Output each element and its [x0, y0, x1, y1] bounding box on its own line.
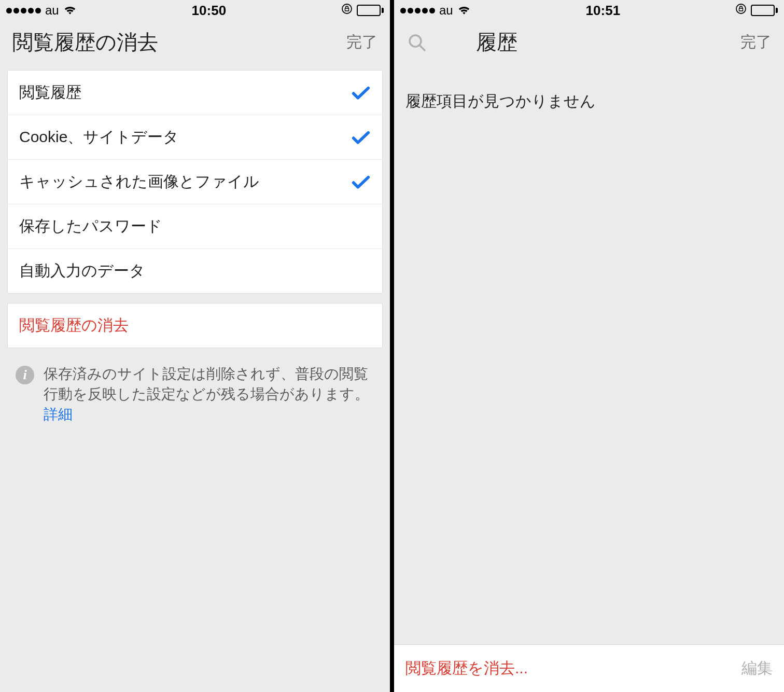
page-title: 履歴	[476, 28, 740, 57]
status-bar: au 10:51	[394, 0, 784, 21]
done-button[interactable]: 完了	[740, 32, 772, 53]
svg-point-0	[342, 4, 352, 13]
empty-history-text: 履歴項目が見つかりません	[394, 70, 784, 112]
history-screen: au 10:51 履歴 完了 履歴項目が見つかりません 閲覧履歴を消去... 編…	[392, 0, 784, 692]
clear-browsing-data-button[interactable]: 閲覧履歴の消去	[8, 303, 382, 348]
edit-button[interactable]: 編集	[741, 658, 773, 679]
clear-action-group: 閲覧履歴の消去	[7, 303, 383, 348]
rotation-lock-icon	[735, 3, 747, 18]
wifi-icon	[457, 3, 471, 18]
info-text: 保存済みのサイト設定は削除されず、普段の閲覧行動を反映した設定などが残る場合があ…	[44, 364, 374, 425]
bottom-toolbar: 閲覧履歴を消去... 編集	[394, 644, 784, 692]
options-list: 閲覧履歴 Cookie、サイトデータ キャッシュされた画像とファイル 保存したパ…	[7, 70, 383, 294]
option-label: 自動入力のデータ	[19, 260, 371, 282]
page-header: 履歴 完了	[394, 21, 784, 70]
signal-dots-icon	[6, 8, 41, 13]
checkmark-icon	[351, 130, 371, 145]
option-label: 閲覧履歴	[19, 82, 351, 103]
option-label: キャッシュされた画像とファイル	[19, 171, 351, 192]
status-left: au	[400, 3, 471, 18]
done-button[interactable]: 完了	[346, 32, 377, 53]
battery-icon	[751, 5, 778, 16]
status-right	[735, 3, 778, 18]
option-cookies-site-data[interactable]: Cookie、サイトデータ	[8, 115, 382, 160]
rotation-lock-icon	[341, 3, 353, 18]
status-bar: au 10:50	[0, 0, 390, 21]
status-right	[341, 3, 384, 18]
search-icon[interactable]	[407, 32, 427, 53]
carrier-label: au	[45, 3, 59, 18]
checkmark-icon	[351, 174, 371, 190]
status-time: 10:50	[192, 3, 227, 19]
clear-browsing-data-screen: au 10:50 閲覧履歴の消去 完了 閲覧履歴 Cookie、サイトデータ	[0, 0, 392, 692]
status-left: au	[6, 3, 77, 18]
page-header: 閲覧履歴の消去 完了	[0, 21, 390, 70]
signal-dots-icon	[400, 8, 435, 13]
wifi-icon	[63, 3, 77, 18]
info-icon: i	[16, 366, 34, 384]
status-time: 10:51	[586, 3, 621, 19]
info-text-body: 保存済みのサイト設定は削除されず、普段の閲覧行動を反映した設定などが残る場合があ…	[44, 366, 369, 402]
option-saved-passwords[interactable]: 保存したパスワード	[8, 204, 382, 249]
option-browsing-history[interactable]: 閲覧履歴	[8, 71, 382, 115]
page-title: 閲覧履歴の消去	[12, 28, 346, 57]
option-cached-images-files[interactable]: キャッシュされた画像とファイル	[8, 160, 382, 204]
details-link[interactable]: 詳細	[44, 406, 73, 422]
option-autofill-data[interactable]: 自動入力のデータ	[8, 249, 382, 293]
battery-icon	[357, 5, 384, 16]
clear-history-button[interactable]: 閲覧履歴を消去...	[405, 658, 528, 679]
carrier-label: au	[439, 3, 453, 18]
info-note: i 保存済みのサイト設定は削除されず、普段の閲覧行動を反映した設定などが残る場合…	[0, 358, 390, 430]
option-label: Cookie、サイトデータ	[19, 127, 351, 148]
svg-line-3	[419, 45, 425, 50]
svg-point-1	[736, 4, 746, 13]
option-label: 保存したパスワード	[19, 216, 371, 237]
checkmark-icon	[351, 85, 371, 101]
